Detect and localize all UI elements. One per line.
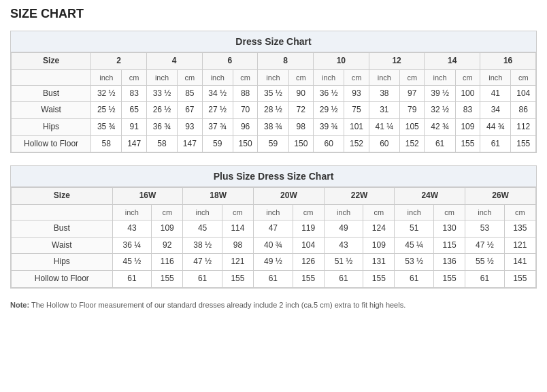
table-row: Hollow to Floor5814758147591505915060152… xyxy=(12,135,536,152)
unit-inch: inch xyxy=(465,204,505,220)
cell-inch: 49 ½ xyxy=(254,254,293,271)
cell-cm: 115 xyxy=(433,237,465,254)
cell-inch: 45 xyxy=(183,220,222,238)
cell-cm: 86 xyxy=(511,102,536,119)
cell-inch: 26 ½ xyxy=(146,102,177,119)
cell-inch: 61 xyxy=(425,135,455,152)
cell-inch: 40 ¾ xyxy=(254,237,293,254)
dress-size-header: Size xyxy=(12,53,91,70)
cell-cm: 83 xyxy=(455,102,480,119)
cell-cm: 65 xyxy=(122,102,146,119)
cell-inch: 28 ½ xyxy=(258,102,288,119)
cell-inch: 35 ½ xyxy=(258,85,288,102)
cell-inch: 60 xyxy=(369,135,399,152)
unit-cm: cm xyxy=(455,69,480,85)
cell-inch: 36 ¾ xyxy=(146,119,177,136)
cell-cm: 121 xyxy=(222,254,253,271)
cell-cm: 79 xyxy=(400,102,425,119)
unit-cm: cm xyxy=(293,204,324,220)
unit-cm: cm xyxy=(152,204,183,220)
size-header-4: 4 xyxy=(146,53,202,70)
unit-inch: inch xyxy=(202,69,233,85)
cell-inch: 61 xyxy=(480,135,511,152)
cell-cm: 90 xyxy=(288,85,313,102)
note: Note: The Hollow to Floor measurement of… xyxy=(10,301,537,309)
dress-chart-title: Dress Size Chart xyxy=(11,31,536,52)
cell-cm: 155 xyxy=(433,270,465,287)
cell-cm: 155 xyxy=(152,270,183,287)
size-header-16W: 16W xyxy=(112,188,183,205)
cell-cm: 116 xyxy=(152,254,183,271)
dress-size-chart: Dress Size Chart Size 246810121416 inchc… xyxy=(10,31,537,153)
cell-cm: 70 xyxy=(233,102,257,119)
cell-inch: 38 xyxy=(369,85,399,102)
cell-cm: 114 xyxy=(222,220,253,238)
cell-inch: 53 ½ xyxy=(395,254,434,271)
cell-inch: 59 xyxy=(258,135,288,152)
row-label: Hips xyxy=(12,254,113,271)
cell-inch: 58 xyxy=(91,135,122,152)
unit-cm: cm xyxy=(363,204,395,220)
cell-cm: 85 xyxy=(178,85,202,102)
size-header-22W: 22W xyxy=(324,188,395,205)
cell-cm: 155 xyxy=(363,270,395,287)
cell-inch: 61 xyxy=(395,270,434,287)
unit-inch: inch xyxy=(425,69,455,85)
cell-inch: 32 ½ xyxy=(425,102,455,119)
cell-cm: 141 xyxy=(504,254,535,271)
table-row: Bust32 ½8333 ½8534 ½8835 ½9036 ½93389739… xyxy=(12,85,536,102)
cell-inch: 61 xyxy=(254,270,293,287)
row-label: Bust xyxy=(12,85,91,102)
cell-cm: 109 xyxy=(455,119,480,136)
cell-inch: 60 xyxy=(313,135,344,152)
cell-inch: 59 xyxy=(202,135,233,152)
cell-cm: 98 xyxy=(222,237,253,254)
table-row: Hollow to Floor6115561155611556115561155… xyxy=(12,270,536,287)
cell-inch: 55 ½ xyxy=(465,254,505,271)
cell-cm: 119 xyxy=(293,220,324,238)
cell-inch: 43 xyxy=(324,237,363,254)
cell-inch: 37 ¾ xyxy=(202,119,233,136)
unit-inch: inch xyxy=(183,204,222,220)
unit-cm: cm xyxy=(122,69,146,85)
note-label: Note: xyxy=(10,301,29,309)
cell-inch: 61 xyxy=(183,270,222,287)
plus-size-table: Size 16W18W20W22W24W26W inchcminchcminch… xyxy=(11,187,536,287)
cell-inch: 29 ½ xyxy=(313,102,344,119)
cell-cm: 93 xyxy=(178,119,202,136)
cell-inch: 47 ½ xyxy=(465,237,505,254)
cell-inch: 32 ½ xyxy=(91,85,122,102)
cell-cm: 155 xyxy=(504,270,535,287)
cell-cm: 147 xyxy=(122,135,146,152)
row-label: Hollow to Floor xyxy=(12,270,113,287)
unit-inch: inch xyxy=(313,69,344,85)
cell-inch: 27 ½ xyxy=(202,102,233,119)
size-header-26W: 26W xyxy=(465,188,536,205)
table-row: Bust431094511447119491245113053135 xyxy=(12,220,536,238)
cell-inch: 39 ½ xyxy=(425,85,455,102)
note-text: The Hollow to Floor measurement of our s… xyxy=(31,301,405,309)
size-header-14: 14 xyxy=(425,53,480,70)
cell-inch: 61 xyxy=(112,270,152,287)
cell-inch: 43 xyxy=(112,220,152,238)
table-row: Waist36 ¼9238 ½9840 ¾1044310945 ¼11547 ½… xyxy=(12,237,536,254)
unit-cm: cm xyxy=(233,69,257,85)
cell-cm: 112 xyxy=(511,119,536,136)
size-header-12: 12 xyxy=(369,53,425,70)
plus-chart-title: Plus Size Dress Size Chart xyxy=(11,166,536,187)
cell-cm: 98 xyxy=(288,119,313,136)
cell-cm: 109 xyxy=(152,220,183,238)
cell-inch: 47 ½ xyxy=(183,254,222,271)
unit-inch: inch xyxy=(480,69,511,85)
cell-inch: 41 xyxy=(480,85,511,102)
cell-cm: 104 xyxy=(511,85,536,102)
size-header-20W: 20W xyxy=(254,188,325,205)
cell-inch: 53 xyxy=(465,220,505,238)
unit-cm: cm xyxy=(222,204,253,220)
cell-cm: 155 xyxy=(455,135,480,152)
unit-cm: cm xyxy=(178,69,202,85)
row-label: Hollow to Floor xyxy=(12,135,91,152)
unit-inch: inch xyxy=(112,204,152,220)
cell-cm: 100 xyxy=(455,85,480,102)
plus-label-blank xyxy=(12,204,113,220)
